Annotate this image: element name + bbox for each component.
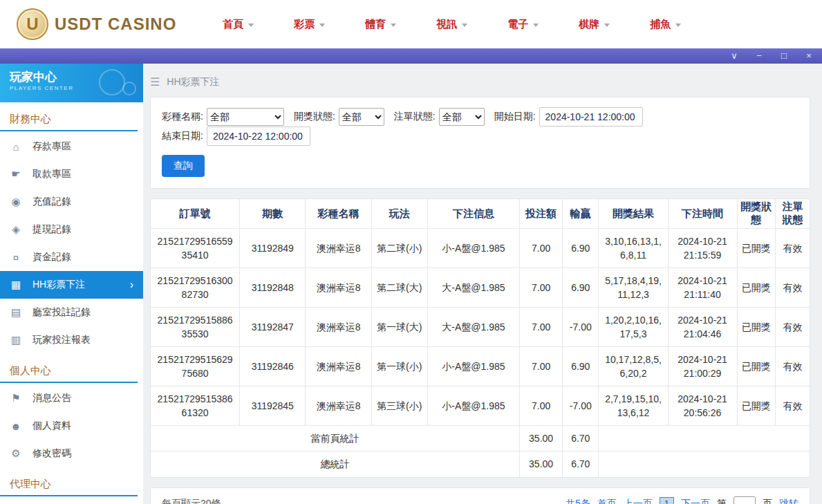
cell-draw-status: 已開獎 [737,268,775,308]
col-header-draw-status: 開獎狀態 [737,199,775,229]
cell-win-loss: 6.90 [563,268,599,308]
draw-status-label: 開獎狀態: [294,111,335,123]
sidebar: 玩家中心 PLAYERS CENTER 財務中心 ⌂ 存款專區 ☛ 取款專區 ◉… [0,64,143,504]
page-jump-input[interactable] [734,496,756,504]
sidebar-item-profile[interactable]: ☻ 個人資料 [0,412,143,440]
nav-item-lottery[interactable]: 彩票 [294,18,325,31]
sidebar-item-funds-record[interactable]: ¤ 資金記錄 [0,243,143,271]
sidebar-item-label: 存款專區 [32,140,71,153]
cell-result: 5,17,18,4,19,11,12,3 [599,268,668,308]
cell-lottery: 澳洲幸运8 [306,229,371,268]
current-page-indicator[interactable]: 1 [660,497,674,504]
chevron-down-icon [604,24,610,27]
col-header-order-status: 注單狀態 [775,199,810,229]
cell-order-id: 2152172951630082730 [151,268,240,308]
sidebar-item-withdraw[interactable]: ☛ 取款專區 [0,160,143,188]
nav-label: 彩票 [294,18,315,31]
start-date-label: 開始日期: [494,111,536,123]
lottery-name-select[interactable]: 全部 [207,108,284,126]
collapse-icon[interactable]: ∨ [729,48,739,64]
page-summary-empty [599,426,810,451]
cell-bet-info: 小-A盤@1.985 [427,386,519,426]
close-icon[interactable]: × [804,48,814,64]
draw-status-select[interactable]: 全部 [339,108,384,126]
logo-letter: U [26,15,38,34]
nav-item-live-video[interactable]: 視訊 [436,18,467,31]
cell-draw-status: 已開獎 [737,229,775,268]
sidebar-item-label: HH彩票下注 [32,279,85,291]
cell-bet-time: 2024-10-21 20:56:26 [668,386,737,426]
cell-amount: 7.00 [520,268,563,308]
sidebar-item-withdraw-record[interactable]: ◈ 提現記錄 [0,216,143,243]
cell-bet-info: 小-A盤@1.985 [427,229,519,268]
cell-win-loss: 6.90 [563,347,599,386]
total-summary-row: 總統計 35.00 6.70 [151,451,810,477]
cell-bet-time: 2024-10-21 21:11:40 [668,268,737,308]
minimize-icon[interactable]: − [754,48,764,64]
nav-label: 視訊 [436,18,457,31]
sidebar-item-announcements[interactable]: ⚑ 消息公告 [0,384,143,412]
table-row: 2152172951562975680 31192846 澳洲幸运8 第一球(小… [151,347,810,386]
cell-play: 第二球(小) [371,229,427,268]
cell-amount: 7.00 [520,229,563,268]
end-date-input[interactable] [207,127,310,146]
sidebar-item-hh-lottery-bets[interactable]: ▦ HH彩票下注 › [0,271,143,299]
jump-button[interactable]: 跳转 [779,498,798,504]
prev-page-link[interactable]: 上一页 [624,498,653,504]
cell-bet-time: 2024-10-21 21:04:46 [668,308,737,347]
chevron-down-icon [675,24,681,27]
cell-win-loss: -7.00 [563,308,599,347]
page-size-text: 每頁顯示20條 [162,498,221,504]
col-header-bet-info: 下注信息 [427,199,519,229]
user-icon: ☻ [10,420,22,432]
cell-period: 31192847 [240,308,306,347]
nav-item-slots[interactable]: 電子 [507,18,539,31]
page-title: HH彩票下注 [167,76,219,88]
nav-item-fishing[interactable]: 捕魚 [650,18,681,31]
sidebar-item-label: 修改密碼 [32,447,71,460]
cell-bet-time: 2024-10-21 21:00:29 [668,347,737,386]
table-header-row: 訂單號 期數 彩種名稱 玩法 下注信息 投注額 輸贏 開獎結果 下注時間 開獎狀… [151,199,810,229]
sidebar-item-label: 消息公告 [32,392,71,404]
cell-win-loss: -7.00 [563,386,599,426]
site-logo[interactable]: U USDT CASINO [17,8,176,40]
col-header-result: 開獎結果 [599,199,668,229]
sidebar-item-room-bet-records[interactable]: ▤ 廳室投註記錄 [0,299,143,326]
nav-label: 捕魚 [650,18,671,31]
cell-period: 31192849 [240,229,306,268]
total-summary-empty [599,451,810,477]
cell-win-loss: 6.90 [563,229,599,268]
finance-menu: ⌂ 存款專區 ☛ 取款專區 ◉ 充值記錄 ◈ 提現記錄 ¤ 資金記錄 ▦ HH彩… [0,133,143,354]
cell-lottery: 澳洲幸运8 [306,308,371,347]
first-page-link[interactable]: 首页 [597,498,617,504]
next-page-link[interactable]: 下一页 [681,498,710,504]
sidebar-item-recharge-record[interactable]: ◉ 充值記錄 [0,188,143,216]
cell-draw-status: 已開獎 [737,308,775,347]
nav-item-board-games[interactable]: 棋牌 [579,18,610,31]
sidebar-item-change-password[interactable]: ⚙ 修改密碼 [0,440,143,467]
table-row: 2152172951538661320 31192845 澳洲幸运8 第三球(小… [151,386,810,426]
page-summary-win-loss: 6.70 [563,426,599,451]
sidebar-item-player-bet-report[interactable]: ▥ 玩家投注報表 [0,326,143,354]
cell-play: 第二球(大) [371,268,427,308]
maximize-icon[interactable]: □ [779,48,789,64]
cell-order-id: 2152172951538661320 [151,386,240,426]
cell-play: 第一球(小) [371,347,427,386]
chevron-right-icon: › [130,279,133,291]
chevron-down-icon [319,24,325,27]
sidebar-item-deposit[interactable]: ⌂ 存款專區 [0,133,143,160]
start-date-input[interactable] [539,107,643,127]
hamburger-menu-icon[interactable]: ☰ [150,75,160,88]
cell-draw-status: 已開獎 [737,347,775,386]
cell-amount: 7.00 [520,347,563,386]
order-status-select[interactable]: 全部 [439,108,485,126]
cell-draw-status: 已開獎 [737,386,775,426]
gear-icon: ⚙ [10,447,22,460]
nav-item-home[interactable]: 首頁 [223,18,254,31]
col-header-amount: 投注額 [520,199,563,229]
query-button[interactable]: 查詢 [162,155,205,177]
nav-item-sports[interactable]: 體育 [365,18,396,31]
money-icon: ¤ [10,252,22,263]
sidebar-item-label: 取款專區 [32,168,71,180]
cell-result: 3,10,16,13,1,6,8,11 [599,229,668,268]
